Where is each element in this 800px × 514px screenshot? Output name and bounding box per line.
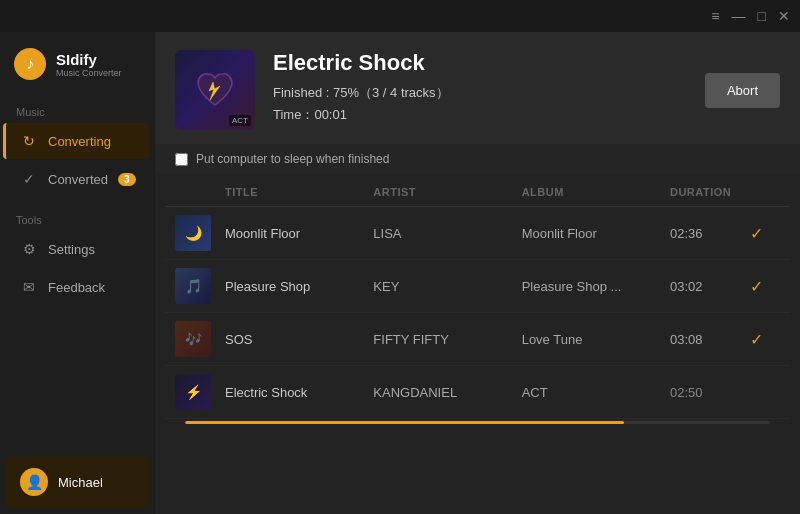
- album-time: Time：00:01: [273, 106, 687, 124]
- minimize-button[interactable]: —: [732, 8, 746, 24]
- user-profile[interactable]: 👤 Michael: [6, 456, 149, 508]
- track-title-4: Electric Shock: [225, 385, 373, 400]
- track-duration-1: 02:36: [670, 226, 750, 241]
- settings-icon: ⚙: [20, 240, 38, 258]
- header-duration: DURATION: [670, 186, 750, 198]
- album-progress-text: Finished : 75%（3 / 4 tracks）: [273, 84, 687, 102]
- maximize-button[interactable]: □: [758, 8, 766, 24]
- track-artist-3: FIFTY FIFTY: [373, 332, 521, 347]
- track-album-2: Pleasure Shop ...: [522, 279, 670, 294]
- track-thumb-2: 🎵: [175, 268, 211, 304]
- track-duration-3: 03:08: [670, 332, 750, 347]
- track-artist-4: KANGDANIEL: [373, 385, 521, 400]
- sleep-checkbox-row: Put computer to sleep when finished: [155, 144, 800, 174]
- track-album-1: Moonlit Floor: [522, 226, 670, 241]
- track-status-1: ✓: [750, 224, 780, 243]
- header-album: ALBUM: [522, 186, 670, 198]
- album-art-svg: [190, 65, 240, 115]
- user-avatar-icon: 👤: [26, 474, 43, 490]
- track-thumb-3: 🎶: [175, 321, 211, 357]
- sidebar: ♪ SIdify Music Converter Music ↻ Convert…: [0, 32, 155, 514]
- converted-label: Converted: [48, 172, 108, 187]
- track-status-3: ✓: [750, 330, 780, 349]
- title-bar: ≡ — □ ✕: [0, 0, 800, 32]
- feedback-icon: ✉: [20, 278, 38, 296]
- track-album-3: Love Tune: [522, 332, 670, 347]
- app-name: SIdify: [56, 51, 122, 68]
- sidebar-item-settings[interactable]: ⚙ Settings: [6, 231, 149, 267]
- section-label-tools: Tools: [0, 208, 155, 230]
- track-title-2: Pleasure Shop: [225, 279, 373, 294]
- track-status-2: ✓: [750, 277, 780, 296]
- user-name: Michael: [58, 475, 103, 490]
- album-art: ACT: [175, 50, 255, 130]
- album-header: ACT Electric Shock Finished : 75%（3 / 4 …: [155, 32, 800, 144]
- sidebar-item-feedback[interactable]: ✉ Feedback: [6, 269, 149, 305]
- converting-icon: ↻: [20, 132, 38, 150]
- track-row-2[interactable]: 🎵 Pleasure Shop KEY Pleasure Shop ... 03…: [165, 260, 790, 313]
- title-bar-controls: ≡ — □ ✕: [711, 8, 790, 24]
- close-button[interactable]: ✕: [778, 8, 790, 24]
- app-body: ♪ SIdify Music Converter Music ↻ Convert…: [0, 32, 800, 514]
- track-row-1[interactable]: 🌙 Moonlit Floor LISA Moonlit Floor 02:36…: [165, 207, 790, 260]
- track-thumb-4: ⚡: [175, 374, 211, 410]
- album-info: Electric Shock Finished : 75%（3 / 4 trac…: [273, 50, 687, 124]
- track-list-header: TITLE ARTIST ALBUM DURATION: [165, 178, 790, 207]
- settings-label: Settings: [48, 242, 135, 257]
- track-artist-1: LISA: [373, 226, 521, 241]
- track-thumb-1: 🌙: [175, 215, 211, 251]
- feedback-label: Feedback: [48, 280, 135, 295]
- logo-music-icon: ♪: [26, 55, 34, 73]
- sleep-label[interactable]: Put computer to sleep when finished: [196, 152, 389, 166]
- sidebar-item-converting[interactable]: ↻ Converting: [3, 123, 149, 159]
- album-title: Electric Shock: [273, 50, 687, 76]
- track-list-container: TITLE ARTIST ALBUM DURATION 🌙 Moonlit Fl…: [155, 174, 800, 514]
- track-artist-2: KEY: [373, 279, 521, 294]
- sidebar-item-converted[interactable]: ✓ Converted 3: [6, 161, 149, 197]
- converting-label: Converting: [48, 134, 135, 149]
- track-title-3: SOS: [225, 332, 373, 347]
- track-row-4[interactable]: ⚡ Electric Shock KANGDANIEL ACT 02:50: [165, 366, 790, 419]
- section-label-music: Music: [0, 100, 155, 122]
- track-title-1: Moonlit Floor: [225, 226, 373, 241]
- progress-bar-bg: [185, 421, 770, 424]
- track-row-3[interactable]: 🎶 SOS FIFTY FIFTY Love Tune 03:08 ✓: [165, 313, 790, 366]
- track-duration-2: 03:02: [670, 279, 750, 294]
- converted-icon: ✓: [20, 170, 38, 188]
- header-status: [750, 186, 780, 198]
- track-duration-4: 02:50: [670, 385, 750, 400]
- header-artist: ARTIST: [373, 186, 521, 198]
- sidebar-logo: ♪ SIdify Music Converter: [0, 32, 155, 100]
- progress-bar-fill: [185, 421, 624, 424]
- menu-button[interactable]: ≡: [711, 8, 719, 24]
- header-thumb: [175, 186, 225, 198]
- user-avatar: 👤: [20, 468, 48, 496]
- album-art-label: ACT: [229, 115, 251, 126]
- header-title: TITLE: [225, 186, 373, 198]
- sleep-checkbox[interactable]: [175, 153, 188, 166]
- track-rows: 🌙 Moonlit Floor LISA Moonlit Floor 02:36…: [165, 207, 790, 424]
- main-content: ACT Electric Shock Finished : 75%（3 / 4 …: [155, 32, 800, 514]
- abort-button[interactable]: Abort: [705, 73, 780, 108]
- logo-icon: ♪: [14, 48, 46, 80]
- track-album-4: ACT: [522, 385, 670, 400]
- converted-badge: 3: [118, 173, 136, 186]
- app-subtitle: Music Converter: [56, 68, 122, 78]
- progress-bar-row: [165, 421, 790, 424]
- logo-text: SIdify Music Converter: [56, 51, 122, 78]
